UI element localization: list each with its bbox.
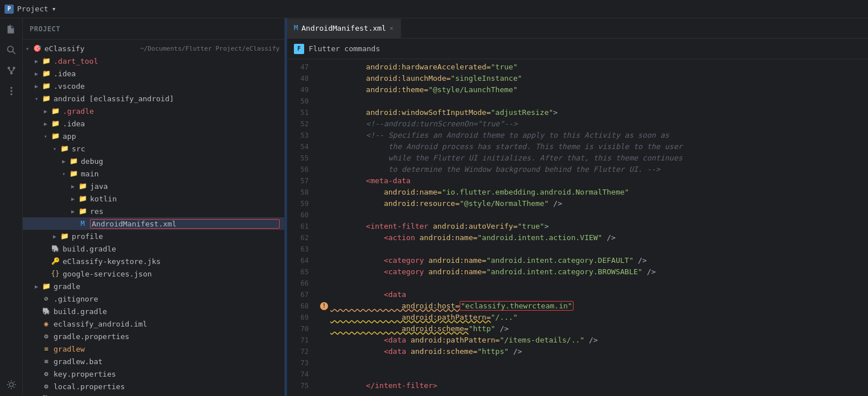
sidebar-icon-more[interactable] [5, 84, 18, 98]
code-line-47[interactable]: android:hardwareAccelerated="true" [320, 61, 868, 73]
code-line-49[interactable]: android:theme="@style/LaunchTheme" [320, 84, 868, 96]
tree-item-vscode[interactable]: ▶ 📁 .vscode [23, 80, 284, 92]
line-number-72: 72 [287, 346, 309, 357]
tab-androidmanifest[interactable]: M AndroidManifest.xml ✕ [287, 19, 401, 38]
tree-item-kotlin[interactable]: ▶ 📁 kotlin [23, 192, 284, 205]
code-line-70[interactable]: android:scheme="http" /> [320, 323, 868, 335]
tree-item-app[interactable]: ▾ 📁 app [23, 130, 284, 142]
tree-item-gradle_props[interactable]: ⚙ gradle.properties [23, 330, 284, 343]
file-tree[interactable]: ▾ 🎯 eClassify ~/Documents/Flutter Projec… [23, 40, 284, 396]
code-token: /> [509, 346, 522, 357]
code-line-65[interactable]: <category android:name="android.intent.c… [320, 266, 868, 278]
code-line-48[interactable]: android:launchMode="singleInstance" [320, 73, 868, 84]
tree-item-debug[interactable]: ▶ 📁 debug [23, 155, 284, 167]
code-line-63[interactable] [320, 244, 868, 255]
sidebar-icon-settings[interactable] [5, 378, 18, 391]
svg-point-9 [10, 93, 12, 95]
code-line-61[interactable]: <intent-filter android:autoVerify="true"… [320, 221, 868, 232]
tree-item-name: build.gradle [54, 307, 280, 316]
code-line-71[interactable]: <data android:pathPattern="/items-detail… [320, 335, 868, 346]
tree-item-name: java [90, 182, 280, 191]
tree-item-name: gradlew.bat [54, 357, 280, 366]
tree-item-android[interactable]: ▾ 📁 android [eclassify_android] [23, 92, 284, 105]
code-line-72[interactable]: <data android:scheme="https" /> [320, 346, 868, 357]
line-number-74: 74 [287, 369, 309, 380]
sidebar-icon-git[interactable] [5, 64, 18, 77]
tree-item-profile[interactable]: ▶ 📁 profile [23, 230, 284, 242]
tree-item-gradle_android[interactable]: ▶ 📁 .gradle [23, 105, 284, 117]
tree-arrow: ▾ [59, 171, 68, 177]
tree-item-idea_android[interactable]: ▶ 📁 .idea [23, 117, 284, 130]
code-token: "@style/NormalTheme" [460, 198, 549, 209]
tree-item-eclassify[interactable]: ▾ 🎯 eClassify ~/Documents/Flutter Projec… [23, 42, 284, 55]
tree-item-google_services[interactable]: {} google-services.json [23, 267, 284, 280]
code-line-67[interactable]: <data [320, 289, 868, 300]
tree-file-icon: {} [50, 270, 60, 278]
code-line-57[interactable]: <meta-data [320, 175, 868, 187]
tree-file-icon: 📁 [77, 182, 88, 190]
tree-item-gitignore[interactable]: ⊘ .gitignore [23, 292, 284, 305]
tree-item-settings_gradle[interactable]: 🐘 settings.gradle [23, 393, 284, 396]
tree-item-name: main [81, 170, 280, 178]
code-line-52[interactable]: <!--android:turnScreenOn="true"--> [320, 118, 868, 130]
tree-item-dart_tool[interactable]: ▶ 📁 .dart_tool [23, 55, 284, 67]
code-line-56[interactable]: to determine the Window background behin… [320, 164, 868, 175]
project-chevron[interactable]: ▾ [52, 5, 56, 13]
sidebar-icon-files[interactable] [5, 23, 18, 36]
code-line-75[interactable]: </intent-filter> [320, 380, 868, 391]
code-token: android:scheme= [330, 323, 469, 335]
code-token: <intent-filter [330, 221, 433, 232]
code-line-53[interactable]: <!-- Specifies an Android theme to apply… [320, 130, 868, 141]
code-line-64[interactable]: <category android:name="android.intent.c… [320, 255, 868, 266]
tree-item-gradle[interactable]: ▶ 📁 gradle [23, 280, 284, 292]
tree-item-gradlew[interactable]: ≡ gradlew [23, 343, 284, 355]
code-token: android:theme= [330, 84, 428, 96]
code-line-62[interactable]: <action android:name="android.intent.act… [320, 232, 868, 244]
tree-item-src[interactable]: ▾ 📁 src [23, 142, 284, 155]
tree-item-gradlew_bat[interactable]: ≡ gradlew.bat [23, 355, 284, 368]
code-line-60[interactable] [320, 209, 868, 221]
code-line-73[interactable] [320, 357, 868, 369]
tree-file-icon: 📁 [41, 82, 51, 90]
tree-item-res[interactable]: ▶ 📁 res [23, 205, 284, 217]
tree-item-local_props[interactable]: ⚙ local.properties [23, 380, 284, 393]
panel-header: Project [23, 18, 284, 40]
code-token: <data [330, 346, 411, 357]
sidebar-icon-search[interactable] [5, 43, 18, 57]
code-line-51[interactable]: android:windowSoftInputMode="adjustResiz… [320, 107, 868, 118]
tree-file-icon: ⚙ [41, 370, 51, 378]
code-line-50[interactable] [320, 96, 868, 107]
tree-item-main[interactable]: ▾ 📁 main [23, 167, 284, 180]
tree-item-build_gradle[interactable]: 🐘 build.gradle [23, 305, 284, 317]
line-number-62: 62 [287, 232, 309, 244]
tree-item-java[interactable]: ▶ 📁 java [23, 180, 284, 192]
code-line-59[interactable]: android:resource="@style/NormalTheme" /> [320, 198, 868, 209]
tree-item-name: .idea [54, 69, 280, 78]
tab-close-btn[interactable]: ✕ [390, 24, 394, 32]
tree-file-icon: 📁 [50, 107, 60, 115]
tree-item-build_gradle_app[interactable]: 🐘 build.gradle [23, 242, 284, 255]
svg-point-8 [10, 90, 12, 92]
tree-item-key_props[interactable]: ⚙ key.properties [23, 368, 284, 380]
tree-item-androidmanifest[interactable]: M AndroidManifest.xml [23, 217, 284, 230]
project-label[interactable]: Project [17, 5, 48, 13]
line-number-64: 64 [287, 255, 309, 266]
line-number-58: 58 [287, 187, 309, 198]
tree-item-idea[interactable]: ▶ 📁 .idea [23, 67, 284, 80]
tree-arrow: ▶ [50, 233, 59, 240]
tree-item-eclassify_keystore[interactable]: 🔑 eClassify-keystore.jks [23, 255, 284, 267]
tree-file-icon: ⚙ [41, 382, 51, 390]
tree-item-eclassify_android_iml[interactable]: ◉ eclassify_android.iml [23, 317, 284, 330]
code-line-66[interactable] [320, 278, 868, 289]
code-line-55[interactable]: while the Flutter UI initializes. After … [320, 152, 868, 164]
code-line-69[interactable]: android:pathPattern="/..." [320, 312, 868, 323]
code-token: > [544, 221, 549, 232]
tree-arrow: ▶ [32, 283, 41, 290]
svg-point-2 [7, 67, 10, 69]
code-editor[interactable]: android:hardwareAccelerated="true" andro… [316, 59, 868, 396]
svg-line-6 [11, 69, 14, 72]
code-line-74[interactable] [320, 369, 868, 380]
code-line-58[interactable]: android:name="io.flutter.embedding.andro… [320, 187, 868, 198]
code-line-68[interactable]: ! android:host="eclassify.thewrcteam.in" [320, 300, 868, 312]
code-line-54[interactable]: the Android process has started. This th… [320, 141, 868, 152]
